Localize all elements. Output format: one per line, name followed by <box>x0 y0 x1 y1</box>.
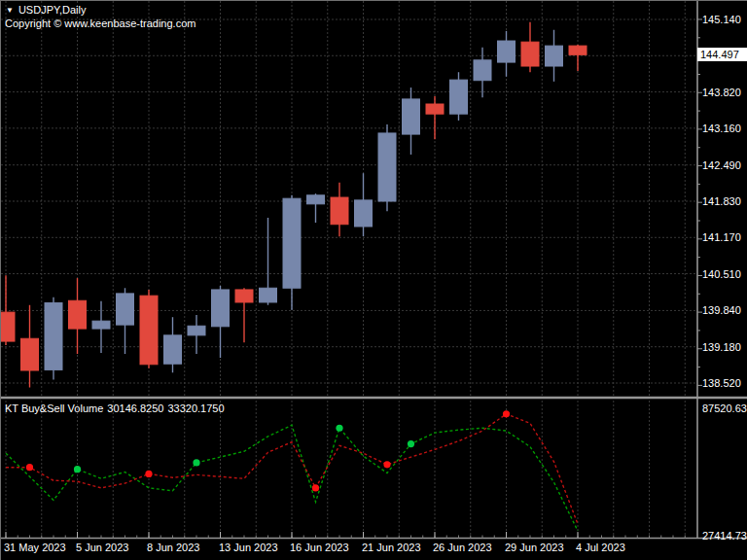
indicator-scale-min: 27414.738 <box>702 530 747 542</box>
candle-body-bull <box>45 303 62 370</box>
candle-body-bull <box>260 288 277 302</box>
price-axis-label: 142.490 <box>702 159 741 171</box>
date-axis-label: 31 May 2023 <box>4 542 66 553</box>
candle-body-bull <box>307 195 325 204</box>
candle-body-bear <box>140 296 158 365</box>
candle-body-bull <box>117 294 134 325</box>
date-axis-label: 16 Jun 2023 <box>290 542 349 553</box>
price-axis-label: 140.510 <box>702 268 741 280</box>
candle-body-bull <box>164 335 182 364</box>
sell-signal-dot <box>383 461 390 468</box>
buy-signal-dot <box>408 440 414 447</box>
candle-body-bull <box>498 41 516 62</box>
copyright-text: Copyright © www.keenbase-trading.com <box>5 18 196 29</box>
price-axis-label: 141.170 <box>702 231 741 243</box>
candle-body-bull <box>283 198 301 288</box>
sell-signal-dot <box>26 464 33 471</box>
date-axis-label: 26 Jun 2023 <box>433 542 492 553</box>
candle-body-bull <box>188 326 205 335</box>
candle-body-bull <box>403 99 420 134</box>
indicator-name: KT Buy&Sell Volume <box>5 402 103 414</box>
price-axis-label: 141.830 <box>702 195 741 207</box>
price-axis-label: 138.520 <box>702 377 741 389</box>
chart-area[interactable] <box>1 1 747 560</box>
candle-body-bear <box>1 312 15 341</box>
candle-body-bull <box>92 321 110 329</box>
buy-signal-dot <box>193 459 199 466</box>
price-axis-label: 143.820 <box>702 87 741 98</box>
date-axis-label: 29 Jun 2023 <box>505 542 564 553</box>
date-axis-label: 13 Jun 2023 <box>219 542 278 553</box>
candle-body-bull <box>474 60 491 81</box>
candle-body-bull <box>355 200 373 227</box>
candle-body-bear <box>69 300 87 329</box>
sell-signal-dot <box>145 471 152 477</box>
price-axis-label: 143.160 <box>702 122 741 134</box>
date-axis-label: 8 Jun 2023 <box>147 542 199 553</box>
price-axis-label: 139.180 <box>702 341 741 353</box>
candle-body-bull <box>450 80 468 114</box>
buy-signal-dot <box>74 466 81 472</box>
date-axis-label: 4 Jul 2023 <box>576 542 625 553</box>
indicator-buy-value: 30146.8250 <box>107 402 163 414</box>
candle-body-bear <box>569 46 587 54</box>
indicator-title: KT Buy&Sell Volume30146.825033320.1750 <box>5 402 229 414</box>
price-axis-label: 145.140 <box>702 14 741 25</box>
candle-body-bear <box>426 104 444 114</box>
sell-signal-dot <box>503 410 510 417</box>
indicator-scale-max: 87520.636 <box>702 402 747 414</box>
candle-body-bear <box>21 338 39 370</box>
candle-body-bull <box>546 46 563 66</box>
symbol-dropdown-icon[interactable]: ▼ <box>6 6 14 15</box>
symbol-period-label: USDJPY,Daily <box>18 4 87 16</box>
sell-volume-line <box>6 414 578 524</box>
indicator-sell-value: 33320.1750 <box>167 402 224 414</box>
date-axis-label: 21 Jun 2023 <box>362 542 421 553</box>
buy-signal-dot <box>336 425 342 432</box>
candle-body-bear <box>521 42 539 66</box>
candle-body-bear <box>235 290 253 302</box>
candle-body-bull <box>212 290 230 327</box>
sell-signal-dot <box>312 484 319 491</box>
current-price-tag: 144.497 <box>697 48 747 61</box>
candle-body-bull <box>378 133 396 201</box>
date-axis-label: 5 Jun 2023 <box>76 542 128 553</box>
symbol-title: ▼USDJPY,Daily <box>6 4 86 18</box>
candle-body-bear <box>331 197 348 225</box>
price-axis-label: 139.840 <box>702 304 741 316</box>
mt4-chart-window: ▼USDJPY,Daily Copyright © www.keenbase-t… <box>0 0 747 560</box>
